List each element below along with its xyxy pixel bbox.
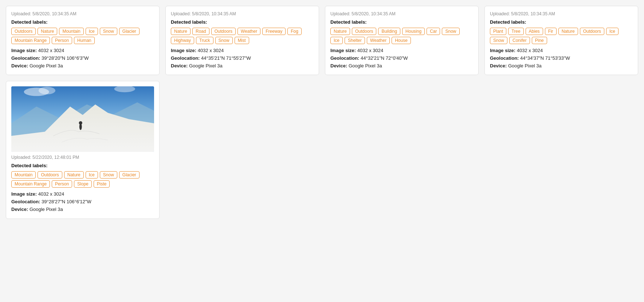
tag[interactable]: Nature <box>171 28 191 35</box>
tag[interactable]: Ice <box>86 28 98 35</box>
image-size-label: Image size: <box>11 48 37 53</box>
tag[interactable]: Mountain Range <box>11 37 50 44</box>
geolocation: 44°34'37"N 71°53'33"W <box>520 55 570 61</box>
tag[interactable]: Nature <box>330 28 350 35</box>
tag[interactable]: Nature <box>38 28 57 35</box>
image-size: 4032 x 3024 <box>357 48 384 53</box>
image-size: 4032 x 3024 <box>38 48 64 53</box>
empty-cell <box>165 81 319 219</box>
tag[interactable]: Plant <box>490 28 506 35</box>
geolocation-label: Geolocation: <box>330 55 359 61</box>
tag[interactable]: Truck <box>196 37 213 44</box>
tag[interactable]: Conifer <box>509 37 530 44</box>
tag[interactable]: Person <box>52 180 72 188</box>
tags-container: PlantTreeAbiesFirNatureOutdoorsIceSnowCo… <box>490 28 633 44</box>
device: Google Pixel 3a <box>508 63 542 68</box>
detected-labels-title: Detected labels: <box>171 19 314 25</box>
tag[interactable]: Shelter <box>345 37 365 44</box>
tag[interactable]: Ice <box>86 171 98 179</box>
tag[interactable]: Housing <box>402 28 425 35</box>
image-size-label: Image size: <box>11 191 37 197</box>
device-label: Device: <box>11 63 28 68</box>
tag[interactable]: Building <box>378 28 400 35</box>
card-1: Uploaded: 5/8/2020, 10:34:35 AMDetected … <box>6 6 160 75</box>
card-meta: Image size: 4032 x 3024 Geolocation: 44°… <box>171 47 314 70</box>
tag[interactable]: Freeway <box>262 28 286 35</box>
tag[interactable]: Mist <box>235 37 249 44</box>
tags-container: MountainOutdoorsNatureIceSnowGlacierMoun… <box>11 171 154 188</box>
device: Google Pixel 3a <box>189 63 223 68</box>
tag[interactable]: Outdoors <box>580 28 604 35</box>
tag[interactable]: Snow <box>490 37 507 44</box>
tag[interactable]: Fir <box>545 28 557 35</box>
tag[interactable]: Tree <box>508 28 523 35</box>
upload-date: Uploaded: 5/8/2020, 10:34:35 AM <box>11 11 154 16</box>
image-size: 4032 x 3024 <box>38 191 64 197</box>
geolocation: 39°28'27"N 106°6'12"W <box>42 199 91 204</box>
tag[interactable]: Outdoors <box>38 171 62 179</box>
device: Google Pixel 3a <box>30 63 63 68</box>
detected-labels-title: Detected labels: <box>490 19 633 25</box>
device-label: Device: <box>330 63 347 68</box>
device-label: Device: <box>171 63 188 68</box>
tag[interactable]: Outdoors <box>211 28 236 35</box>
card-meta: Image size: 4032 x 3024 Geolocation: 44°… <box>330 47 473 70</box>
tag[interactable]: Weather <box>367 37 390 44</box>
upload-date: Uploaded: 5/8/2020, 10:34:35 AM <box>330 11 473 16</box>
geolocation-label: Geolocation: <box>11 199 40 204</box>
card-image <box>11 86 154 152</box>
tag[interactable]: Road <box>192 28 209 35</box>
cards-grid: Uploaded: 5/8/2020, 10:34:35 AMDetected … <box>0 0 644 225</box>
tag[interactable]: Car <box>427 28 440 35</box>
tag[interactable]: Ice <box>330 37 343 44</box>
card-2: Uploaded: 5/8/2020, 10:34:35 AMDetected … <box>165 6 319 75</box>
tags-container: NatureRoadOutdoorsWeatherFreewayFogHighw… <box>171 28 314 44</box>
tag[interactable]: Glacier <box>119 28 140 35</box>
tag[interactable]: Pine <box>532 37 547 44</box>
tag[interactable]: Snow <box>100 171 117 179</box>
tag[interactable]: Fog <box>287 28 302 35</box>
tag[interactable]: Glacier <box>119 171 140 179</box>
image-size: 4032 x 3024 <box>198 48 224 53</box>
tag[interactable]: Weather <box>237 28 260 35</box>
image-size-label: Image size: <box>490 48 515 53</box>
upload-date: Uploaded: 5/22/2020, 12:48:01 PM <box>11 155 154 160</box>
tag[interactable]: Nature <box>558 28 578 35</box>
device-label: Device: <box>11 207 28 212</box>
tag[interactable]: Snow <box>100 28 117 35</box>
tag[interactable]: Human <box>74 37 95 44</box>
tag[interactable]: Abies <box>526 28 543 35</box>
detected-labels-title: Detected labels: <box>330 19 473 25</box>
geolocation: 44°35'21"N 71°55'27"W <box>201 55 251 61</box>
tag[interactable]: Piste <box>94 180 110 188</box>
tag[interactable]: Mountain <box>11 171 36 179</box>
image-size-label: Image size: <box>330 48 356 53</box>
card-5: Uploaded: 5/22/2020, 12:48:01 PMDetected… <box>6 81 160 219</box>
tag[interactable]: Slope <box>74 180 92 188</box>
geolocation-label: Geolocation: <box>11 55 40 61</box>
card-meta: Image size: 4032 x 3024 Geolocation: 39°… <box>11 191 154 213</box>
geolocation: 39°28'20"N 106°6'3"W <box>42 55 89 61</box>
card-3: Uploaded: 5/8/2020, 10:34:35 AMDetected … <box>325 6 479 75</box>
tag[interactable]: Highway <box>171 37 194 44</box>
geolocation-label: Geolocation: <box>171 55 200 61</box>
tag[interactable]: Outdoors <box>11 28 36 35</box>
device-label: Device: <box>490 63 507 68</box>
tag[interactable]: Outdoors <box>352 28 376 35</box>
svg-point-4 <box>79 121 82 125</box>
geolocation: 44°32'21"N 72°0'40"W <box>361 55 408 61</box>
tag[interactable]: Person <box>52 37 72 44</box>
tag[interactable]: Ice <box>606 28 619 35</box>
tag[interactable]: Nature <box>64 171 84 179</box>
device: Google Pixel 3a <box>30 207 63 212</box>
tag[interactable]: Snow <box>442 28 459 35</box>
image-size-label: Image size: <box>171 48 196 53</box>
upload-date: Uploaded: 5/8/2020, 10:34:35 AM <box>490 11 633 16</box>
tag[interactable]: House <box>392 37 411 44</box>
tag[interactable]: Snow <box>215 37 233 44</box>
tag[interactable]: Mountain <box>59 28 83 35</box>
card-meta: Image size: 4032 x 3024 Geolocation: 39°… <box>11 47 154 70</box>
detected-labels-title: Detected labels: <box>11 163 154 168</box>
tag[interactable]: Mountain Range <box>11 180 50 188</box>
card-4: Uploaded: 5/8/2020, 10:34:35 AMDetected … <box>484 6 638 75</box>
